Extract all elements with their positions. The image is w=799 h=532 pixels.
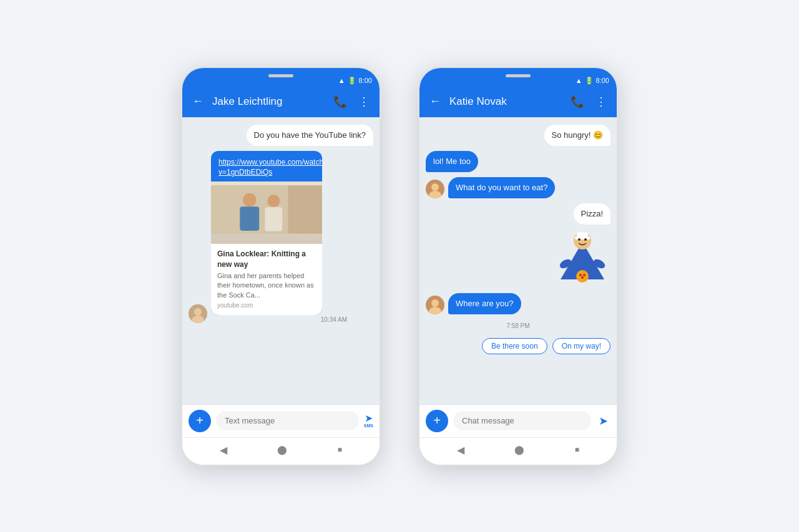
bubble-food: What do you want to eat? bbox=[448, 177, 555, 198]
phone-button-2[interactable]: 📞 bbox=[568, 94, 587, 110]
nav-home-2[interactable]: ⬤ bbox=[514, 445, 524, 455]
message-bubble-1: Do you have the YouTube link? bbox=[247, 125, 374, 146]
suggestion-be-there-soon[interactable]: Be there soon bbox=[482, 338, 547, 354]
avatar-katie bbox=[426, 180, 444, 198]
bubble-lol: lol! Me too bbox=[426, 151, 478, 172]
contact-name-1: Jake Leichtling bbox=[212, 95, 325, 108]
svg-point-19 bbox=[578, 238, 581, 241]
svg-rect-7 bbox=[240, 207, 259, 231]
suggestion-on-my-way[interactable]: On my way! bbox=[552, 338, 610, 354]
link-title: Gina Locklear: Knitting a new way bbox=[217, 249, 316, 270]
chat-area-2: So hungry! 😊 lol! Me too What do you wan… bbox=[419, 117, 617, 404]
time-label-758: 7:58 PM bbox=[426, 319, 610, 331]
status-bar-1: ▲ 🔋 8:00 bbox=[182, 68, 380, 86]
time-2: 8:00 bbox=[596, 77, 609, 84]
more-button-1[interactable]: ⋮ bbox=[356, 94, 372, 110]
message-row-1: Do you have the YouTube link? bbox=[189, 125, 373, 146]
message-time-1: 10:34 AM bbox=[211, 316, 350, 323]
nav-home-1[interactable]: ⬤ bbox=[277, 445, 287, 455]
chat-area-1: Do you have the YouTube link? https://ww… bbox=[182, 117, 380, 404]
svg-point-26 bbox=[431, 299, 439, 307]
phone-button-1[interactable]: 📞 bbox=[331, 94, 350, 110]
svg-point-24 bbox=[581, 276, 584, 279]
phone-1: ▲ 🔋 8:00 ← Jake Leichtling 📞 ⋮ Do you ha… bbox=[181, 67, 381, 466]
msg-row-food: What do you want to eat? bbox=[426, 177, 610, 198]
suggestion-row: Be there soon On my way! bbox=[426, 338, 610, 354]
back-button-1[interactable]: ← bbox=[190, 94, 206, 109]
msg-row-so-hungry: So hungry! 😊 bbox=[426, 125, 610, 146]
text-input-1[interactable] bbox=[216, 411, 359, 430]
send-button-2[interactable]: ➤ bbox=[596, 412, 610, 430]
msg-row-pizza: Pizza! bbox=[426, 203, 610, 225]
nav-back-2[interactable]: ◀ bbox=[457, 444, 464, 456]
chat-input-2[interactable] bbox=[453, 411, 591, 430]
bottom-bar-2: + ➤ bbox=[419, 404, 617, 437]
svg-point-1 bbox=[194, 308, 202, 316]
time-1: 8:00 bbox=[359, 77, 372, 84]
add-button-2[interactable]: + bbox=[426, 410, 448, 432]
status-bar-2: ▲ 🔋 8:00 bbox=[419, 68, 617, 86]
bubble-pizza: Pizza! bbox=[574, 203, 610, 225]
link-desc: Gina and her parents helped their hometo… bbox=[217, 271, 316, 300]
contact-name-2: Katie Novak bbox=[449, 95, 562, 108]
signal-icon-2: ▲ bbox=[576, 77, 582, 84]
signal-icon-1: ▲ bbox=[338, 77, 345, 84]
bottom-bar-1: + ➤ SMS bbox=[182, 404, 380, 437]
send-button-1[interactable]: ➤ SMS bbox=[364, 414, 373, 428]
phone-2: ▲ 🔋 8:00 ← Katie Novak 📞 ⋮ So hungry! 😊 … bbox=[418, 67, 618, 466]
svg-point-23 bbox=[583, 274, 586, 276]
svg-point-20 bbox=[584, 238, 587, 241]
avatar-katie-2 bbox=[426, 296, 444, 314]
nav-bar-2: ◀ ⬤ ■ bbox=[419, 437, 617, 465]
app-bar-2: ← Katie Novak 📞 ⋮ bbox=[419, 86, 617, 117]
link-info: Gina Locklear: Knitting a new way Gina a… bbox=[211, 244, 322, 315]
link-url[interactable]: https://www.youtube.com/watch?v=1gnDtbED… bbox=[211, 151, 322, 182]
svg-point-22 bbox=[579, 274, 582, 276]
msg-row-sticker bbox=[426, 230, 610, 288]
msg-row-where: Where are you? bbox=[426, 293, 610, 314]
sticker bbox=[554, 230, 610, 288]
svg-point-6 bbox=[243, 193, 257, 207]
message-row-2: https://www.youtube.com/watch?v=1gnDtbED… bbox=[189, 151, 373, 323]
battery-icon-2: 🔋 bbox=[585, 77, 594, 85]
link-image bbox=[211, 181, 322, 244]
back-button-2[interactable]: ← bbox=[427, 94, 443, 109]
msg-row-lol: lol! Me too bbox=[426, 151, 610, 172]
svg-rect-9 bbox=[265, 207, 282, 231]
nav-bar-1: ◀ ⬤ ■ bbox=[182, 437, 380, 465]
svg-rect-18 bbox=[575, 236, 590, 239]
nav-square-2[interactable]: ■ bbox=[575, 445, 579, 454]
nav-back-1[interactable]: ◀ bbox=[220, 444, 227, 456]
svg-rect-5 bbox=[288, 186, 322, 234]
svg-point-8 bbox=[267, 195, 280, 207]
svg-point-11 bbox=[431, 183, 439, 191]
more-button-2[interactable]: ⋮ bbox=[593, 94, 609, 110]
bubble-where: Where are you? bbox=[448, 293, 521, 314]
app-bar-1: ← Jake Leichtling 📞 ⋮ bbox=[182, 86, 380, 117]
link-card: https://www.youtube.com/watch?v=1gnDtbED… bbox=[211, 151, 322, 315]
avatar-jake bbox=[189, 304, 207, 323]
nav-square-1[interactable]: ■ bbox=[338, 445, 342, 454]
add-button-1[interactable]: + bbox=[189, 410, 211, 432]
link-source: youtube.com bbox=[217, 301, 316, 310]
battery-icon-1: 🔋 bbox=[348, 77, 356, 85]
bubble-so-hungry: So hungry! 😊 bbox=[544, 125, 611, 146]
